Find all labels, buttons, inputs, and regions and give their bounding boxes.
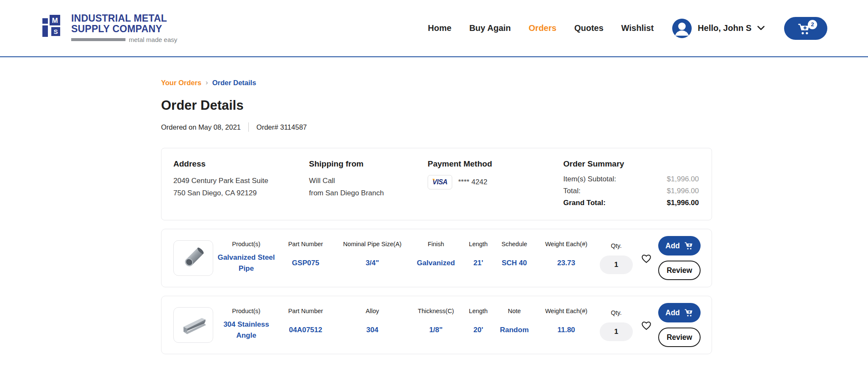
breadcrumb-order-details[interactable]: Order Details xyxy=(212,79,256,87)
column-header: Schedule xyxy=(501,241,527,247)
heart-icon xyxy=(640,319,653,331)
row-actions: Add Review xyxy=(658,236,701,280)
column-value[interactable]: GSP075 xyxy=(292,251,319,275)
column-header: Length xyxy=(469,241,487,247)
account-menu[interactable]: Hello, John S xyxy=(672,19,765,38)
product-column: Alloy 304 xyxy=(335,308,409,342)
product-thumbnail[interactable] xyxy=(173,307,213,343)
column-header: Finish xyxy=(428,241,444,247)
column-header: Weight Each(#) xyxy=(545,241,587,247)
cart-icon xyxy=(684,308,693,317)
review-button[interactable]: Review xyxy=(658,261,701,280)
shipping-line1: Will Call xyxy=(309,175,428,187)
nav-item-wishlist[interactable]: Wishlist xyxy=(621,23,654,33)
review-button-label: Review xyxy=(667,333,692,342)
breadcrumb-your-orders[interactable]: Your Orders xyxy=(161,79,201,87)
steel-pipe-image xyxy=(178,243,209,273)
logo-text: INDUSTRIAL METAL SUPPLY COMPANY metal ma… xyxy=(71,13,177,43)
tagline-text: metal made easy xyxy=(129,36,177,43)
logo-line2: SUPPLY COMPANY xyxy=(71,24,177,34)
column-value[interactable]: 3/4" xyxy=(366,251,379,275)
column-value[interactable]: 1/8" xyxy=(429,318,443,342)
cart-count-badge: 2 xyxy=(808,20,817,29)
column-value[interactable]: Galvanized Steel Pipe xyxy=(217,251,276,275)
ordered-on-date: Ordered on May 08, 2021 xyxy=(161,123,241,131)
wishlist-heart-button[interactable] xyxy=(634,319,658,331)
summary-total-row: Total: $1,996.00 xyxy=(563,187,699,195)
breadcrumb-separator: › xyxy=(206,78,208,87)
column-value[interactable]: Random xyxy=(500,318,529,342)
cart-button[interactable]: 2 xyxy=(784,17,827,40)
column-header: Part Number xyxy=(288,308,323,314)
product-column: Weight Each(#) 11.80 xyxy=(534,308,598,342)
product-columns: Product(s) 304 Stainless Angle Part Numb… xyxy=(217,308,598,342)
subtotal-label: Item(s) Subtotal: xyxy=(563,175,616,183)
column-header: Thickness(C) xyxy=(418,308,454,314)
product-thumbnail[interactable] xyxy=(173,240,213,276)
address-line1: 2049 Century Park East Suite xyxy=(173,175,309,187)
column-value[interactable]: 20' xyxy=(473,318,483,342)
meta-divider xyxy=(248,122,249,132)
column-header: Part Number xyxy=(288,241,323,247)
product-column: Part Number 04A07512 xyxy=(276,308,335,342)
column-value[interactable]: SCH 40 xyxy=(502,251,527,275)
qty-column: Qty. 1 xyxy=(598,242,634,274)
column-value[interactable]: 11.80 xyxy=(557,318,575,342)
wishlist-heart-button[interactable] xyxy=(634,252,658,264)
add-button[interactable]: Add xyxy=(658,236,701,255)
review-button[interactable]: Review xyxy=(658,328,701,347)
nav-item-quotes[interactable]: Quotes xyxy=(574,23,604,33)
order-details-page: Your Orders › Order Details Order Detail… xyxy=(161,78,712,354)
column-header: Note xyxy=(508,308,521,314)
qty-label: Qty. xyxy=(611,309,622,316)
payment-card-row: VISA **** 4242 xyxy=(428,175,563,189)
column-value[interactable]: 23.73 xyxy=(557,251,576,275)
product-column: Product(s) Galvanized Steel Pipe xyxy=(217,241,276,275)
qty-value: 1 xyxy=(600,255,633,274)
shipping-section: Shipping from Will Call from San Diego B… xyxy=(309,159,428,211)
address-line2: 750 San Diego, CA 92129 xyxy=(173,187,309,200)
svg-text:S: S xyxy=(53,28,58,35)
column-value[interactable]: 304 Stainless Angle xyxy=(217,318,276,342)
product-column: Product(s) 304 Stainless Angle xyxy=(217,308,276,342)
product-column: Note Random xyxy=(494,308,534,342)
qty-column: Qty. 1 xyxy=(598,309,634,341)
tagline-bar xyxy=(71,38,125,41)
header: M S INDUSTRIAL METAL SUPPLY COMPANY meta… xyxy=(0,0,868,57)
card-last-digits: **** 4242 xyxy=(458,178,487,186)
user-greeting: Hello, John S xyxy=(698,23,751,33)
product-column: Schedule SCH 40 xyxy=(494,241,534,275)
chevron-down-icon[interactable] xyxy=(757,26,765,31)
visa-card-icon: VISA xyxy=(428,175,452,189)
page-title: Order Details xyxy=(161,98,712,113)
visa-accent xyxy=(432,179,434,181)
cart-icon xyxy=(684,242,693,250)
column-value[interactable]: 304 xyxy=(366,318,378,342)
row-actions: Add Review xyxy=(658,303,701,347)
heart-icon xyxy=(640,252,653,264)
column-value[interactable]: 04A07512 xyxy=(289,318,322,342)
nav-item-home[interactable]: Home xyxy=(428,23,452,33)
visa-wordmark: VISA xyxy=(432,178,447,186)
product-row: Product(s) Galvanized Steel Pipe Part Nu… xyxy=(161,229,712,287)
order-summary-section: Order Summary Item(s) Subtotal: $1,996.0… xyxy=(563,159,699,211)
add-button[interactable]: Add xyxy=(658,303,701,322)
product-column: Thickness(C) 1/8" xyxy=(409,308,462,342)
product-column: Finish Galvanized xyxy=(409,241,462,275)
main-nav: Home Buy Again Orders Quotes Wishlist xyxy=(428,23,654,33)
review-button-label: Review xyxy=(667,266,692,275)
column-value[interactable]: 21' xyxy=(473,251,483,275)
user-avatar-icon[interactable] xyxy=(672,19,692,38)
shipping-line2: from San Diego Branch xyxy=(309,187,428,200)
order-number: Order# 3114587 xyxy=(256,123,307,131)
total-label: Total: xyxy=(563,187,581,195)
nav-item-orders[interactable]: Orders xyxy=(529,23,556,33)
column-header: Weight Each(#) xyxy=(545,308,587,314)
nav-item-buy-again[interactable]: Buy Again xyxy=(469,23,511,33)
payment-heading: Payment Method xyxy=(428,159,563,169)
product-column: Length 20' xyxy=(462,308,494,342)
grand-total-label: Grand Total: xyxy=(563,199,606,207)
product-list: Product(s) Galvanized Steel Pipe Part Nu… xyxy=(161,229,712,354)
column-value[interactable]: Galvanized xyxy=(417,251,455,275)
product-column: Weight Each(#) 23.73 xyxy=(534,241,598,275)
